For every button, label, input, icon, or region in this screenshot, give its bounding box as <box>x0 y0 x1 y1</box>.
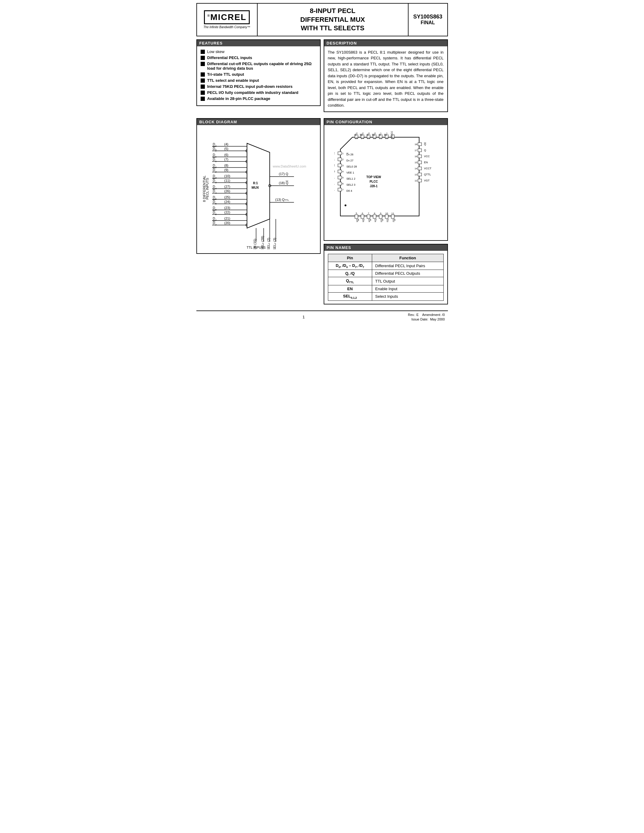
svg-rect-144 <box>361 215 364 219</box>
part-info: SY100S863 FINAL <box>408 4 447 36</box>
svg-text:VGT: VGT <box>424 179 430 182</box>
svg-rect-149 <box>391 215 394 219</box>
footer-page-number: 1 <box>200 315 408 319</box>
description-column: DESCRIPTION The SY100S863 is a PECL 8:1 … <box>324 39 448 115</box>
block-diagram-box: BLOCK DIAGRAM 8 DIFFERENTIAL PECL INPUTS… <box>196 118 320 254</box>
footer-revision: Rev.: E Amendment: /0 Issue Date: May 20… <box>408 313 444 322</box>
feature-5: TTL select and enable input <box>201 78 316 83</box>
svg-text:(7): (7) <box>224 158 228 161</box>
svg-text:SEL1  2: SEL1 2 <box>346 177 356 180</box>
svg-text:SEL2: SEL2 <box>334 164 335 167</box>
svg-text:(27): (27) <box>224 185 230 188</box>
pin-row-3: ENEnable Input <box>328 285 443 292</box>
svg-text:(6): (6) <box>224 153 228 157</box>
svg-rect-104 <box>418 161 422 164</box>
description-header: DESCRIPTION <box>324 40 447 47</box>
svg-text:VCCT: VCCT <box>424 167 431 170</box>
svg-text:www.DataSheetU.com: www.DataSheetU.com <box>272 164 306 168</box>
svg-rect-124 <box>338 164 341 167</box>
svg-text:SEL1 (2): SEL1 (2) <box>267 238 270 249</box>
svg-text:19: 19 <box>391 137 394 140</box>
svg-text:18: 18 <box>415 143 417 146</box>
svg-text:(18)  Q: (18) Q <box>279 181 288 185</box>
svg-text:D0: D0 <box>334 170 335 173</box>
svg-rect-146 <box>373 215 376 219</box>
svg-text:D7: D7 <box>213 221 217 226</box>
pin-config-column: PIN CONFIGURATION <box>324 118 448 307</box>
feature-8: Available in 28-pin PLCC package <box>201 96 316 101</box>
svg-text:PECL INPUTS: PECL INPUTS <box>206 178 209 199</box>
feature-4: Tri-state TTL output <box>201 72 316 77</box>
svg-text:D1: D1 <box>213 158 217 162</box>
pin-names-header: PIN NAMES <box>324 244 447 251</box>
pin-cell-0: D0, /D0 – D7, /D7 <box>328 262 372 270</box>
block-diagram-header: BLOCK DIAGRAM <box>197 119 320 125</box>
svg-text:SEL2 (3): SEL2 (3) <box>273 238 276 249</box>
svg-text:(21): (21) <box>224 217 230 220</box>
top-section: FEATURES Low skew Differential PECL inpu… <box>196 39 448 115</box>
svg-text:2: 2 <box>342 158 344 161</box>
svg-text:8:1: 8:1 <box>253 181 258 185</box>
svg-text:VEE  1: VEE 1 <box>346 171 354 174</box>
svg-text:(4): (4) <box>224 142 228 146</box>
svg-rect-125 <box>338 170 341 173</box>
feature-2: Differential PECL inputs <box>201 55 316 60</box>
bullet-4 <box>201 72 205 77</box>
svg-text:(10): (10) <box>224 174 230 178</box>
svg-text:9: 9 <box>380 212 381 215</box>
header-title: 8-INPUT PECL DIFFERENTIAL MUX WITH TTL S… <box>258 4 408 36</box>
pin-config-svg: D5 D5 D6 D6 D7 D7 VCCO 25 24 23 22 21 20… <box>334 131 437 234</box>
svg-text:12: 12 <box>415 179 417 182</box>
footer-rev: Rev.: E Amendment: /0 <box>408 313 444 317</box>
svg-text:20: 20 <box>385 137 388 140</box>
pin-config-box: PIN CONFIGURATION <box>324 118 448 241</box>
features-box: FEATURES Low skew Differential PECL inpu… <box>196 39 320 106</box>
svg-text:4: 4 <box>342 170 344 173</box>
svg-text:(17)  Q: (17) Q <box>279 172 288 176</box>
svg-text:D2: D2 <box>392 219 395 222</box>
svg-text:(11): (11) <box>224 179 230 182</box>
svg-text:25: 25 <box>355 137 357 140</box>
pin-config-header: PIN CONFIGURATION <box>324 119 447 125</box>
features-column: FEATURES Low skew Differential PECL inpu… <box>196 39 320 115</box>
svg-text:TOP VIEW: TOP VIEW <box>366 175 381 179</box>
svg-text:14: 14 <box>415 167 417 170</box>
footer-issue: Issue Date: May 2000 <box>408 317 444 322</box>
bullet-2 <box>201 56 205 60</box>
function-cell-4: Select Inputs <box>372 292 444 301</box>
block-diagram-svg: 8 DIFFERENTIAL PECL INPUTS D0 (4) D0 (5)… <box>200 128 315 249</box>
svg-text:6: 6 <box>342 182 344 185</box>
svg-text:D4  26: D4 26 <box>346 153 353 156</box>
svg-text:D3: D3 <box>213 179 217 184</box>
svg-text:13: 13 <box>415 173 417 176</box>
svg-text:7: 7 <box>342 188 344 191</box>
svg-text:16: 16 <box>415 155 417 158</box>
function-cell-1: Differential PECL Outputs <box>372 270 444 277</box>
svg-text:SEL2  3: SEL2 3 <box>346 183 356 186</box>
svg-text:3: 3 <box>342 164 344 167</box>
svg-rect-145 <box>367 215 370 219</box>
col-header-function: Function <box>372 254 444 262</box>
svg-text:...: ... <box>334 188 335 191</box>
svg-rect-122 <box>338 152 341 155</box>
svg-text:24: 24 <box>361 137 364 140</box>
svg-text:...: ... <box>334 176 335 179</box>
page-header: ≡MICREL The Infinite Bandwidth Company™ … <box>196 3 448 36</box>
bullet-5 <box>201 79 205 83</box>
pin-row-4: SEL0,1,2Select Inputs <box>328 292 443 301</box>
svg-rect-103 <box>418 155 422 158</box>
svg-text:8: 8 <box>374 212 375 215</box>
svg-rect-101 <box>418 143 422 146</box>
svg-text:PLCC: PLCC <box>369 180 378 183</box>
feature-7: PECL I/O fully compatible with industry … <box>201 90 316 95</box>
svg-rect-148 <box>385 215 388 219</box>
svg-rect-143 <box>355 215 358 219</box>
pin-config-content: D5 D5 D6 D6 D7 D7 VCCO 25 24 23 22 21 20… <box>324 125 447 240</box>
logo-section: ≡MICREL The Infinite Bandwidth Company™ <box>197 4 258 36</box>
svg-text:D5: D5 <box>362 219 365 222</box>
svg-text:D5: D5 <box>213 200 217 205</box>
bottom-section: BLOCK DIAGRAM 8 DIFFERENTIAL PECL INPUTS… <box>196 118 448 307</box>
svg-text:(25): (25) <box>224 195 230 199</box>
features-content: Low skew Differential PECL inputs Differ… <box>197 47 320 105</box>
svg-rect-107 <box>418 179 422 182</box>
